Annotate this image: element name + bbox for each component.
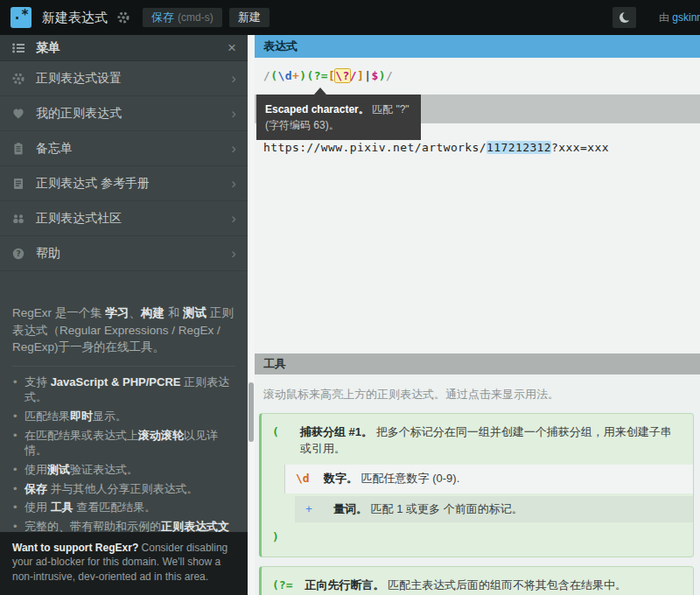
menu-header: 菜单 × <box>0 35 248 61</box>
author-link[interactable]: gskinner <box>672 11 700 24</box>
ad-notice: Want to support RegExr? Consider disabli… <box>0 532 248 595</box>
save-label: 保存 <box>151 10 174 25</box>
menu-title: 菜单 <box>36 40 60 56</box>
token-digit: \d <box>296 471 312 487</box>
test-text-input[interactable]: https://www.pixiv.net/artworks/117212312… <box>255 123 700 354</box>
new-label: 新建 <box>238 10 261 25</box>
regexr-app: .* 新建表达式 保存 (cmd-s) 新建 由 gskinner <box>0 0 700 595</box>
expression-section-header: 表达式 <box>255 35 700 58</box>
sidebar-item-help[interactable]: ? 帮助 › <box>0 236 248 271</box>
token-close-paren: ) <box>272 529 288 546</box>
sidebar-item-label: 我的正则表达式 <box>36 106 122 122</box>
sidebar-item-settings[interactable]: 正则表达式设置 › <box>0 61 248 96</box>
feature-item: 使用 工具 查看匹配结果。 <box>12 500 235 515</box>
explain-nested-quantifier[interactable]: + 量词。 匹配 1 或更多 个前面的标记。 <box>295 496 693 523</box>
save-button[interactable]: 保存 (cmd-s) <box>143 8 222 27</box>
heart-icon <box>11 107 25 121</box>
explain-block-capture-group[interactable]: ( 捕获分组 #1。 把多个标记分在同一组并创建一个捕获分组，用来创建子串或引用… <box>259 413 694 557</box>
menu-list-icon <box>11 41 25 55</box>
chevron-right-icon: › <box>231 246 236 261</box>
chevron-right-icon: › <box>231 106 236 121</box>
sidebar-item-favorites[interactable]: 我的正则表达式 › <box>0 96 248 131</box>
token-open-paren: ( <box>272 424 288 441</box>
main-panel: 表达式 /(\d+)(?=[\?/]|$)/ https://www.pixiv… <box>255 35 700 595</box>
explain-text: 捕获分组 #1。 把多个标记分在同一组并创建一个捕获分组，用来创建子串或引用。 <box>300 424 682 458</box>
explain-row-lookahead-open[interactable]: (?= 正向先行断言。 匹配主表达式后面的组而不将其包含在结果中。 <box>262 573 693 595</box>
feature-item: 使用测试验证表达式。 <box>12 462 235 478</box>
chevron-right-icon: › <box>231 176 236 191</box>
divider <box>12 366 235 367</box>
document-title[interactable]: 新建表达式 <box>42 10 108 26</box>
token-lookahead: (?= <box>272 578 292 594</box>
sidebar-item-label: 正则表达式 参考手册 <box>36 176 150 192</box>
feature-item: 支持 JavaScript & PHP/PCRE 正则表达式。 <box>12 374 235 405</box>
feature-item: 匹配结果即时显示。 <box>12 409 235 424</box>
token-plus: + <box>305 501 321 518</box>
reference-icon <box>11 177 25 191</box>
save-shortcut: (cmd-s) <box>178 11 214 24</box>
chevron-right-icon: › <box>231 141 236 156</box>
sidebar-item-label: 备忘单 <box>36 141 73 157</box>
tools-section-header: 工具 <box>255 354 700 374</box>
sidebar-item-reference[interactable]: 正则表达式 参考手册 › <box>0 166 248 201</box>
main-scrollbar-thumb[interactable] <box>248 382 254 442</box>
tools-hint: 滚动鼠标来高亮上方的正则表达式。通过点击来显示用法。 <box>255 374 700 413</box>
explain-text: 正向先行断言。 匹配主表达式后面的组而不将其包含在结果中。 <box>304 578 626 594</box>
by-label: 由 <box>659 11 669 24</box>
moon-icon <box>618 10 632 24</box>
feature-item: 在匹配结果或表达式上滚动滚轮以见详情。 <box>12 428 235 458</box>
sidebar-item-label: 帮助 <box>36 246 60 262</box>
sidebar-item-community[interactable]: 正则表达式社区 › <box>0 201 248 236</box>
title-gear-icon[interactable] <box>116 10 130 24</box>
sidebar-item-cheatsheet[interactable]: 备忘单 › <box>0 131 248 166</box>
close-icon[interactable]: × <box>228 40 236 55</box>
new-button[interactable]: 新建 <box>229 8 270 27</box>
author-byline: 由 gskinner <box>659 10 700 25</box>
sidebar-item-label: 正则表达式社区 <box>36 211 122 227</box>
main-scrollbar-track[interactable] <box>248 35 255 595</box>
test-text-value[interactable]: https://www.pixiv.net/artworks/117212312… <box>263 141 609 154</box>
top-bar: .* 新建表达式 保存 (cmd-s) 新建 由 gskinner <box>0 0 700 35</box>
svg-text:?: ? <box>16 249 20 258</box>
dark-mode-toggle[interactable] <box>612 7 636 28</box>
gear-icon <box>11 72 25 86</box>
explain-block-lookahead[interactable]: (?= 正向先行断言。 匹配主表达式后面的组而不将其包含在结果中。 [ 字符集。… <box>259 566 694 595</box>
intro-text: RegExr 是一个集 学习、构建 和 测试 正则表达式（Regular Exp… <box>12 304 235 356</box>
sidebar-menu: 菜单 × 正则表达式设置 › 我的正则表达式 › <box>0 35 248 595</box>
sidebar-item-label: 正则表达式设置 <box>36 71 122 87</box>
cheatsheet-icon <box>11 142 25 156</box>
token-tooltip: Escaped character。 匹配 "?" (字符编码 63)。 <box>256 94 421 140</box>
chevron-right-icon: › <box>231 211 236 226</box>
community-icon <box>11 212 25 226</box>
explain-row-group-close[interactable]: ) <box>262 525 693 550</box>
tools-panel: 滚动鼠标来高亮上方的正则表达式。通过点击来显示用法。 ( 捕获分组 #1。 把多… <box>255 374 700 595</box>
explain-row-group-open[interactable]: ( 捕获分组 #1。 把多个标记分在同一组并创建一个捕获分组，用来创建子串或引用… <box>262 420 693 462</box>
regexr-logo-icon[interactable]: .* <box>10 7 32 28</box>
chevron-right-icon: › <box>231 71 236 86</box>
help-icon: ? <box>11 247 25 261</box>
explain-text: 量词。 匹配 1 或更多 个前面的标记。 <box>333 501 523 518</box>
explain-text: 数字。 匹配任意数字 (0-9). <box>324 471 459 487</box>
explain-nested-digit[interactable]: \d 数字。 匹配任意数字 (0-9). <box>284 465 693 494</box>
expression-value[interactable]: /(\d+)(?=[\?/]|$)/ <box>263 69 393 82</box>
feature-item: 保存 并与其他人分享正则表达式。 <box>12 481 235 497</box>
